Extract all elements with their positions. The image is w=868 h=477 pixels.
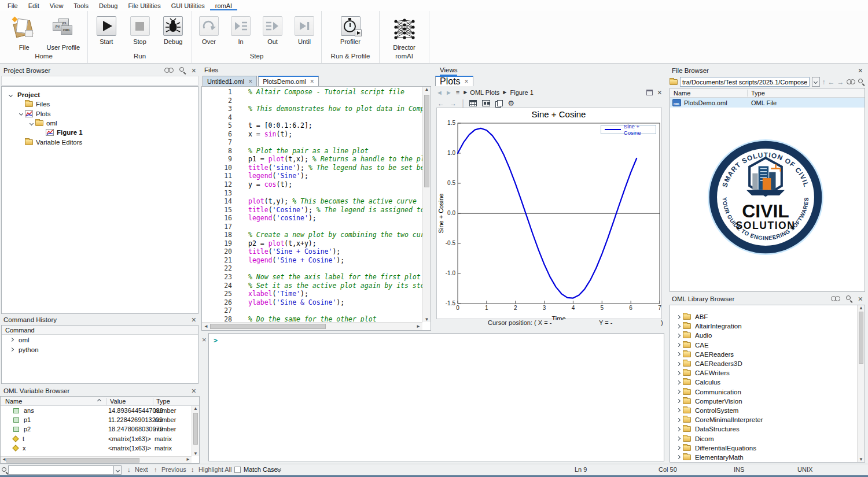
tab-untitled1[interactable]: Untitled1.oml× xyxy=(203,76,257,86)
close-tab-icon[interactable]: × xyxy=(248,79,252,84)
column-value[interactable]: Value xyxy=(106,398,153,405)
library-folder-cae[interactable]: CAE xyxy=(670,341,865,350)
library-folder-dicom[interactable]: Dicom xyxy=(670,434,865,443)
search-icon[interactable] xyxy=(179,66,186,74)
breadcrumb-oml-plots[interactable]: OML Plots xyxy=(470,89,499,96)
settings-gear-icon[interactable]: ⚙ xyxy=(507,99,514,108)
code-line-8[interactable]: 8% Plot the pair as a line plot xyxy=(202,147,422,156)
expander-icon[interactable] xyxy=(676,446,680,450)
command-window-close-icon[interactable]: × xyxy=(202,335,207,344)
code-line-16[interactable]: 16legend('cosine'); xyxy=(202,214,422,223)
tree-item-figure-1[interactable]: Figure 1 xyxy=(2,128,198,137)
close-tab-icon[interactable]: × xyxy=(310,79,314,84)
highlight-all-icon[interactable]: ↕ xyxy=(191,466,194,473)
expander-icon[interactable] xyxy=(676,427,680,431)
ribbon-button-director[interactable]: Director xyxy=(389,16,420,51)
variable-hscrollbar[interactable]: ◄► xyxy=(1,456,192,463)
ribbon-button-profiler[interactable]: Profiler xyxy=(336,16,366,45)
variable-row-p1[interactable]: p111.2284269013209number xyxy=(1,415,199,424)
expand-search-options-icon[interactable] xyxy=(278,464,281,472)
library-folder-communication[interactable]: Communication xyxy=(670,387,865,397)
tab-plotsdemo[interactable]: PlotsDemo.oml× xyxy=(258,76,319,86)
column-type[interactable]: Type xyxy=(747,90,765,97)
code-line-1[interactable]: 1% Altair Compose - Tutorial script file xyxy=(202,88,422,97)
tab-plots[interactable]: Plots× xyxy=(435,76,473,86)
code-line-18[interactable]: 18% Create a new plot by combining the t… xyxy=(202,231,422,239)
code-line-11[interactable]: 11legend('Sine'); xyxy=(202,172,422,180)
project-filter-bar[interactable] xyxy=(1,76,198,86)
menu-item-tools[interactable]: Tools xyxy=(68,1,94,10)
expander-icon[interactable] xyxy=(676,352,680,356)
expander-icon[interactable] xyxy=(676,380,680,384)
library-vscrollbar[interactable]: ▲▼ xyxy=(857,305,865,462)
breadcrumb-figure1[interactable]: Figure 1 xyxy=(510,89,533,96)
library-folder-computervision[interactable]: ComputerVision xyxy=(670,397,865,406)
next-icon[interactable]: ↓ xyxy=(127,466,131,473)
find-previous-button[interactable]: Previous xyxy=(161,466,186,473)
ribbon-button-until[interactable]: Until xyxy=(289,16,319,45)
library-folder-differentialequations[interactable]: DifferentialEquations xyxy=(670,443,865,453)
code-line-20[interactable]: 20title('Sine + Cosine'); xyxy=(202,247,422,256)
code-line-19[interactable]: 19p2 = plot(t,x+y); xyxy=(202,239,422,248)
close-icon[interactable]: × xyxy=(858,68,863,73)
code-line-12[interactable]: 12y = cos(t); xyxy=(202,180,422,189)
tree-item-oml[interactable]: oml xyxy=(2,119,198,128)
ribbon-button-over[interactable]: Over xyxy=(194,16,224,45)
history-group-oml[interactable]: oml xyxy=(2,335,198,345)
file-row-plotsdemo[interactable]: OML PlotsDemo.oml OML File xyxy=(670,98,865,108)
plot-legend[interactable]: Sine + Cosine xyxy=(601,125,656,134)
code-line-5[interactable]: 5t = [0:0.1:6.2]; xyxy=(202,121,422,130)
ribbon-button-start[interactable]: Start xyxy=(91,16,122,45)
code-line-25[interactable]: 25xlabel('Time'); xyxy=(202,290,422,298)
code-line-15[interactable]: 15title('Cosine'); % The legend is assig… xyxy=(202,206,422,215)
expander-icon[interactable] xyxy=(676,399,680,403)
code-line-17[interactable]: 17 xyxy=(202,223,422,231)
library-folder-controlsystem[interactable]: ControlSystem xyxy=(670,406,865,415)
code-line-21[interactable]: 21legend('Sine + Cosine'); xyxy=(202,256,422,265)
expander-icon[interactable] xyxy=(676,455,680,459)
code-line-27[interactable]: 27 xyxy=(202,306,422,315)
expander-icon[interactable] xyxy=(29,121,33,125)
menu-item-view[interactable]: View xyxy=(45,1,69,10)
menu-item-edit[interactable]: Edit xyxy=(23,1,45,10)
code-line-23[interactable]: 23% Now set the axis label for the first… xyxy=(202,273,422,282)
column-name[interactable]: Name xyxy=(670,90,747,97)
find-icon[interactable] xyxy=(831,295,840,302)
history-group-python[interactable]: python xyxy=(2,345,198,354)
ribbon-button-file[interactable]: File xyxy=(9,16,39,51)
code-line-4[interactable]: 4 xyxy=(202,113,422,122)
close-icon[interactable]: × xyxy=(657,90,662,95)
close-icon[interactable]: × xyxy=(858,296,863,302)
plot-canvas[interactable]: 012345671.51.00.50.0-0.5-1.0-1.5Sine + C… xyxy=(436,108,662,319)
expander-icon[interactable] xyxy=(676,437,680,441)
library-folder-audio[interactable]: Audio xyxy=(670,331,865,340)
back-icon[interactable]: ← xyxy=(828,78,835,86)
find-icon[interactable] xyxy=(847,79,856,85)
library-folder-datastructures[interactable]: DataStructures xyxy=(670,424,865,434)
nav-forward-icon[interactable]: ► xyxy=(446,89,452,96)
code-line-13[interactable]: 13 xyxy=(202,189,422,198)
ribbon-button-out[interactable]: Out xyxy=(258,16,288,45)
menu-item-file[interactable]: File xyxy=(2,1,23,10)
column-type[interactable]: Type xyxy=(153,398,187,405)
editor-vscrollbar[interactable]: ▲▼ xyxy=(422,87,431,322)
match-case-checkbox[interactable]: Match Case xyxy=(234,466,278,473)
code-line-10[interactable]: 10title('sine'); % The legend has to be … xyxy=(202,164,422,172)
column-name[interactable]: Name xyxy=(1,398,98,405)
data-table-icon[interactable] xyxy=(469,100,477,106)
animation-icon[interactable] xyxy=(482,100,490,106)
path-input[interactable] xyxy=(680,77,810,87)
code-line-9[interactable]: 9p1 = plot(t,x); % Returns a handle to t… xyxy=(202,155,422,164)
plot-forward-icon[interactable]: → xyxy=(450,99,457,108)
variable-row-t[interactable]: t<matrix(1x63)>matrix xyxy=(1,434,199,443)
expander-icon[interactable] xyxy=(676,371,680,375)
highlight-all-button[interactable]: Highlight All xyxy=(198,466,231,473)
ribbon-button-in[interactable]: In xyxy=(226,16,256,45)
code-line-22[interactable]: 22 xyxy=(202,264,422,273)
expander-icon[interactable] xyxy=(676,315,680,319)
code-line-24[interactable]: 24% Set it as the active plot again by i… xyxy=(202,282,422,290)
up-directory-icon[interactable]: ↑ xyxy=(822,78,826,86)
copy-icon[interactable] xyxy=(495,100,502,107)
tree-item-project[interactable]: Project xyxy=(2,90,198,99)
library-folder-altairintegration[interactable]: AltairIntegration xyxy=(670,321,865,331)
